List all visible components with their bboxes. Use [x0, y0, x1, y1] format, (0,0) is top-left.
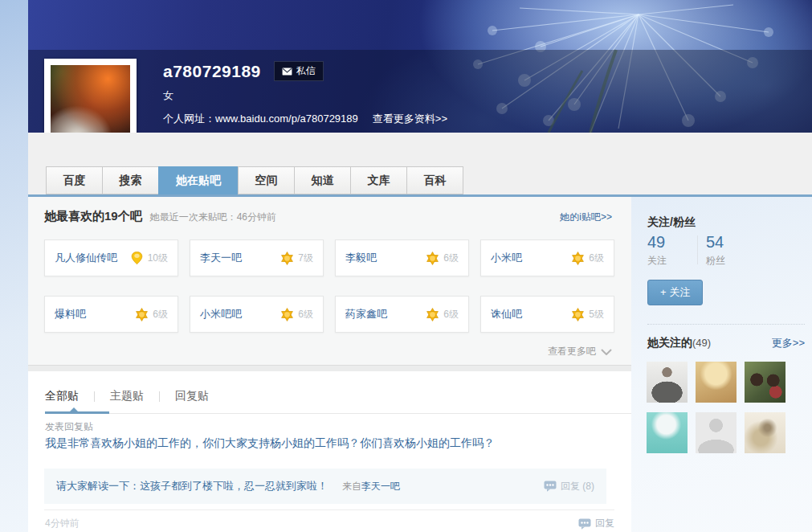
forum-level: 6级 — [589, 252, 604, 265]
level-star-icon — [425, 307, 440, 322]
reply-bubble-icon — [578, 518, 591, 530]
follow-fans-title: 关注/粉丝 — [647, 215, 696, 230]
tab-wenku[interactable]: 文库 — [350, 166, 407, 194]
forum-level: 10级 — [148, 252, 168, 265]
profile-banner: a780729189 私信 女 个人网址：www.baidu.com/p/a78… — [28, 0, 812, 133]
post-filter-tabs: 全部贴 主题贴 回复贴 — [45, 389, 209, 403]
following-section-title: 她关注的 — [647, 336, 692, 350]
quote-from-label: 来自 — [342, 480, 361, 493]
forum-level: 7级 — [298, 252, 313, 265]
forum-card[interactable]: 爆料吧 6级 — [44, 296, 178, 333]
following-count[interactable]: 49 — [647, 233, 697, 252]
forum-name-link[interactable]: 药家鑫吧 — [345, 307, 387, 321]
favorites-title: 她最喜欢的19个吧 — [44, 209, 142, 224]
profile-avatar[interactable] — [44, 59, 137, 133]
forum-name-link[interactable]: 爆料吧 — [55, 307, 86, 321]
stats-divider — [697, 235, 698, 264]
quote-reply-label: 回复 (8) — [561, 480, 594, 493]
forum-level: 5级 — [589, 308, 604, 321]
followers-count[interactable]: 54 — [706, 233, 756, 252]
followers-label: 粉丝 — [706, 254, 756, 268]
tab-all-posts[interactable]: 全部贴 — [45, 389, 79, 403]
active-post-tab-underline — [45, 411, 109, 414]
following-label: 关注 — [647, 254, 697, 268]
view-more-forums-link[interactable]: 查看更多吧 — [548, 345, 612, 358]
tab-search[interactable]: 搜索 — [102, 166, 159, 194]
level-badge-icon — [129, 251, 145, 266]
tab-her-tieba[interactable]: 她在贴吧 — [158, 166, 239, 194]
profile-info: a780729189 私信 女 个人网址：www.baidu.com/p/a78… — [163, 61, 447, 126]
forum-card[interactable]: 小米吧 6级 — [480, 239, 614, 276]
forum-level: 6级 — [443, 252, 459, 265]
forum-name-link[interactable]: 小米吧 — [491, 251, 522, 265]
quote-reply-button[interactable]: 回复 (8) — [544, 480, 594, 493]
followed-user-avatar[interactable] — [696, 362, 737, 403]
sidebar-divider — [647, 324, 805, 325]
tab-topic-posts[interactable]: 主题贴 — [110, 389, 144, 403]
profile-avatar-photo — [51, 65, 130, 133]
post-divider — [44, 509, 614, 510]
favorite-forums-section: 她最喜欢的19个吧 她最近一次来贴吧：46分钟前 她的i贴吧>> 凡人修仙传吧 … — [28, 197, 631, 366]
view-more-forums-label: 查看更多吧 — [548, 345, 596, 358]
forum-card[interactable]: 李天一吧 7级 — [190, 239, 324, 276]
tab-baidu[interactable]: 百度 — [46, 166, 103, 194]
main-column: 她最喜欢的19个吧 她最近一次来贴吧：46分钟前 她的i贴吧>> 凡人修仙传吧 … — [28, 197, 631, 532]
post-timestamp: 4分钟前 — [45, 517, 80, 530]
followed-user-avatar[interactable] — [647, 412, 688, 453]
tab-reply-posts[interactable]: 回复贴 — [175, 389, 209, 403]
quoted-post-box: 请大家解读一下：这孩子都到了楼下啦，忍一忍就到家啦！ 来自 李天一吧 回复 (8… — [44, 469, 606, 504]
forum-card[interactable]: 小米吧吧 6级 — [190, 296, 324, 333]
tab-zhidao[interactable]: 知道 — [294, 166, 351, 194]
username: a780729189 — [163, 62, 261, 81]
forum-level: 6级 — [298, 308, 313, 321]
level-star-icon — [570, 251, 586, 266]
reply-bubble-icon — [544, 481, 557, 492]
forum-name-link[interactable]: 诛仙吧 — [491, 307, 522, 321]
more-profile-info-link[interactable]: 查看更多资料>> — [373, 112, 447, 126]
quote-source-forum-link[interactable]: 李天一吧 — [361, 480, 400, 493]
tieba-profile-page: a780729189 私信 女 个人网址：www.baidu.com/p/a78… — [0, 0, 812, 532]
followed-user-avatar[interactable] — [647, 362, 688, 403]
followed-user-avatar[interactable] — [696, 412, 737, 453]
quoted-post-link[interactable]: 请大家解读一下：这孩子都到了楼下啦，忍一忍就到家啦！ — [56, 479, 328, 493]
post-content-link[interactable]: 我是非常喜欢杨小姐的工作的，你们大家支持杨小姐的工作吗？你们喜欢杨小姐的工作吗？ — [45, 436, 495, 451]
forum-level: 6级 — [443, 308, 459, 321]
level-star-icon — [570, 307, 586, 322]
post-reply-label: 回复 — [595, 517, 614, 530]
post-tabs-divider — [45, 413, 631, 414]
following-section-header: 她关注的 (49) 更多>> — [647, 336, 805, 350]
tab-space[interactable]: 空间 — [238, 166, 295, 194]
level-star-icon — [280, 251, 295, 266]
posts-section: 全部贴 主题贴 回复贴 发表回复贴 我是非常喜欢杨小姐的工作的，你们大家支持杨小… — [28, 371, 631, 532]
forum-card[interactable]: 诛仙吧 5级 — [480, 296, 614, 333]
post-type-label: 发表回复贴 — [45, 420, 93, 434]
forum-name-link[interactable]: 李毅吧 — [345, 251, 377, 265]
forum-name-link[interactable]: 小米吧吧 — [200, 307, 242, 321]
tab-baike[interactable]: 百科 — [406, 166, 463, 194]
tab-separator — [94, 391, 95, 402]
envelope-icon — [282, 68, 292, 76]
forum-card[interactable]: 凡人修仙传吧 10级 — [44, 239, 178, 276]
following-section-count: (49) — [692, 337, 711, 349]
tab-separator — [159, 391, 160, 402]
followed-user-avatar[interactable] — [745, 412, 785, 453]
forum-name-link[interactable]: 凡人修仙传吧 — [55, 251, 117, 265]
last-visit-text: 她最近一次来贴吧：46分钟前 — [150, 211, 276, 224]
followed-user-avatar[interactable] — [745, 362, 785, 403]
follow-button[interactable]: + 关注 — [647, 280, 703, 305]
chevron-down-icon — [601, 349, 612, 355]
forum-name-link[interactable]: 李天一吧 — [200, 251, 242, 265]
service-nav-tabs: 百度 搜索 她在贴吧 空间 知道 文库 百科 — [47, 166, 463, 194]
forum-level: 6级 — [153, 308, 168, 321]
level-star-icon — [280, 307, 295, 322]
follow-stats: 49 关注 54 粉丝 — [647, 233, 756, 268]
level-star-icon — [134, 307, 149, 322]
level-star-icon — [425, 251, 440, 266]
forum-card[interactable]: 药家鑫吧 6级 — [335, 296, 469, 333]
more-following-link[interactable]: 更多>> — [772, 336, 805, 350]
forum-card[interactable]: 李毅吧 6级 — [335, 239, 469, 276]
private-message-button[interactable]: 私信 — [274, 61, 324, 81]
post-reply-button[interactable]: 回复 — [578, 517, 614, 530]
itieba-link[interactable]: 她的i贴吧>> — [560, 211, 612, 224]
followed-users-grid — [647, 362, 785, 453]
